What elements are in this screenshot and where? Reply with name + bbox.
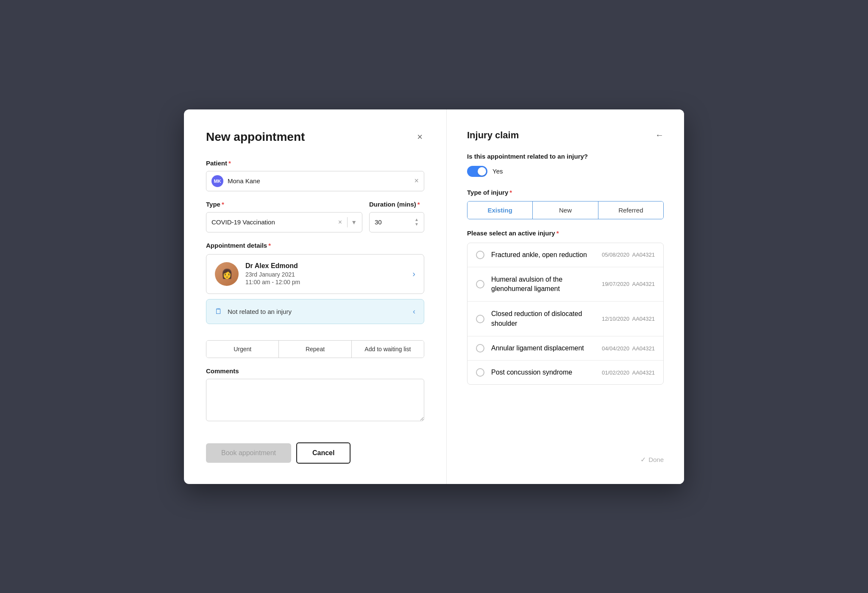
patient-input[interactable]: MK Mona Kane × xyxy=(206,171,424,191)
duration-label: Duration (mins)* xyxy=(369,201,424,208)
appointment-card[interactable]: 👩 Dr Alex Edmond 23rd January 2021 11:00… xyxy=(206,254,424,294)
injury-radio-1[interactable] xyxy=(476,280,484,288)
injury-item-4[interactable]: Post concussion syndrome 01/02/2020 AA04… xyxy=(467,361,663,384)
injury-chevron-left[interactable]: ‹ xyxy=(413,307,415,316)
right-header: Injury claim ← xyxy=(467,130,664,141)
appointment-details-label: Appointment details* xyxy=(206,242,424,249)
patient-clear-button[interactable]: × xyxy=(414,176,419,185)
close-button[interactable]: × xyxy=(415,130,424,144)
tab-existing[interactable]: Existing xyxy=(467,201,533,219)
select-injury-label: Please select an active injury* xyxy=(467,229,664,237)
injury-item-0[interactable]: Fractured ankle, open reduction 05/08/20… xyxy=(467,243,663,267)
patient-label: Patient* xyxy=(206,159,424,167)
injury-question: Is this appointment related to an injury… xyxy=(467,153,664,160)
toggle-knob xyxy=(478,167,486,176)
doctor-name: Dr Alex Edmond xyxy=(245,262,412,270)
injury-radio-4[interactable] xyxy=(476,368,484,377)
injury-item-meta-2: 12/10/2020 AA04321 xyxy=(595,316,655,322)
injury-toggle[interactable] xyxy=(467,166,487,177)
tab-referred[interactable]: Referred xyxy=(598,201,663,219)
type-dropdown-icon[interactable]: ▼ xyxy=(351,219,357,226)
right-footer: ✓ Done xyxy=(467,445,664,464)
doctor-date: 23rd January 2021 xyxy=(245,271,412,278)
left-footer: Book appointment Cancel xyxy=(206,432,424,464)
injury-item-name-0: Fractured ankle, open reduction xyxy=(491,251,595,259)
injury-item-1[interactable]: Humeral avulsion of the glenohumeral lig… xyxy=(467,267,663,302)
injury-status-card[interactable]: 🗒 Not related to an injury ‹ xyxy=(206,299,424,324)
injury-item-3[interactable]: Annular ligament displacement 04/04/2020… xyxy=(467,336,663,361)
required-star: * xyxy=(228,159,231,167)
right-panel: Injury claim ← Is this appointment relat… xyxy=(447,109,684,484)
duration-spinner[interactable]: ▲ ▼ xyxy=(415,218,419,227)
type-input-field[interactable] xyxy=(211,218,338,226)
injury-radio-0[interactable] xyxy=(476,251,484,259)
action-buttons-group: Urgent Repeat Add to waiting list xyxy=(206,340,424,358)
appointment-modal: New appointment × Patient* MK Mona Kane … xyxy=(184,109,684,484)
urgent-button[interactable]: Urgent xyxy=(206,341,279,358)
injury-type-tabs: Existing New Referred xyxy=(467,201,664,219)
type-of-injury-label: Type of injury* xyxy=(467,189,664,196)
toggle-label: Yes xyxy=(492,168,503,175)
injury-item-meta-4: 01/02/2020 AA04321 xyxy=(595,369,655,376)
injury-item-meta-0: 05/08/2020 AA04321 xyxy=(595,252,655,258)
tab-new[interactable]: New xyxy=(533,201,598,219)
injury-item-meta-3: 04/04/2020 AA04321 xyxy=(595,345,655,352)
injury-claim-title: Injury claim xyxy=(467,130,519,141)
type-input[interactable]: × ▼ xyxy=(206,212,362,232)
doctor-avatar: 👩 xyxy=(215,262,239,286)
patient-field: Patient* MK Mona Kane × xyxy=(206,159,424,191)
book-appointment-button[interactable]: Book appointment xyxy=(206,443,291,463)
comments-label: Comments xyxy=(206,367,424,375)
toggle-row: Yes xyxy=(467,166,664,177)
appointment-details-field: Appointment details* 👩 Dr Alex Edmond 23… xyxy=(206,242,424,331)
injury-item-name-4: Post concussion syndrome xyxy=(491,369,595,376)
waiting-list-button[interactable]: Add to waiting list xyxy=(352,341,424,358)
duration-up-arrow[interactable]: ▲ xyxy=(415,218,419,222)
injury-item-meta-1: 19/07/2020 AA04321 xyxy=(595,281,655,287)
appointment-chevron-right[interactable]: › xyxy=(412,269,415,279)
injury-radio-2[interactable] xyxy=(476,315,484,323)
injury-item-name-3: Annular ligament displacement xyxy=(491,344,595,352)
type-label: Type* xyxy=(206,201,362,208)
divider xyxy=(347,217,348,227)
injury-status-text: Not related to an injury xyxy=(228,308,413,315)
doctor-time: 11:00 am - 12:00 pm xyxy=(245,279,412,285)
injury-item-name-2: Closed reduction of dislocated shoulder xyxy=(491,309,595,328)
duration-down-arrow[interactable]: ▼ xyxy=(415,222,419,227)
done-check-icon: ✓ xyxy=(640,456,646,464)
cancel-button[interactable]: Cancel xyxy=(296,442,351,464)
done-label: Done xyxy=(648,456,664,463)
injury-radio-3[interactable] xyxy=(476,344,484,352)
injury-list: Fractured ankle, open reduction 05/08/20… xyxy=(467,243,664,385)
back-button[interactable]: ← xyxy=(655,130,664,140)
modal-header: New appointment × xyxy=(206,130,424,144)
type-clear-button[interactable]: × xyxy=(338,218,342,226)
type-field: Type* × ▼ xyxy=(206,201,362,232)
left-panel: New appointment × Patient* MK Mona Kane … xyxy=(184,109,447,484)
comments-textarea[interactable] xyxy=(206,379,424,421)
duration-input[interactable]: 30 ▲ ▼ xyxy=(369,212,424,232)
modal-title: New appointment xyxy=(206,130,305,144)
patient-name: Mona Kane xyxy=(228,177,414,185)
comments-field: Comments xyxy=(206,367,424,423)
doctor-info: Dr Alex Edmond 23rd January 2021 11:00 a… xyxy=(245,262,412,285)
injury-item-name-1: Humeral avulsion of the glenohumeral lig… xyxy=(491,275,595,294)
patient-avatar: MK xyxy=(211,175,223,187)
type-duration-row: Type* × ▼ Duration (mins)* 30 ▲ ▼ xyxy=(206,201,424,232)
repeat-button[interactable]: Repeat xyxy=(279,341,351,358)
duration-field: Duration (mins)* 30 ▲ ▼ xyxy=(369,201,424,232)
duration-value: 30 xyxy=(375,218,415,226)
done-button[interactable]: ✓ Done xyxy=(640,456,664,464)
injury-document-icon: 🗒 xyxy=(215,307,223,316)
injury-item-2[interactable]: Closed reduction of dislocated shoulder … xyxy=(467,302,663,336)
